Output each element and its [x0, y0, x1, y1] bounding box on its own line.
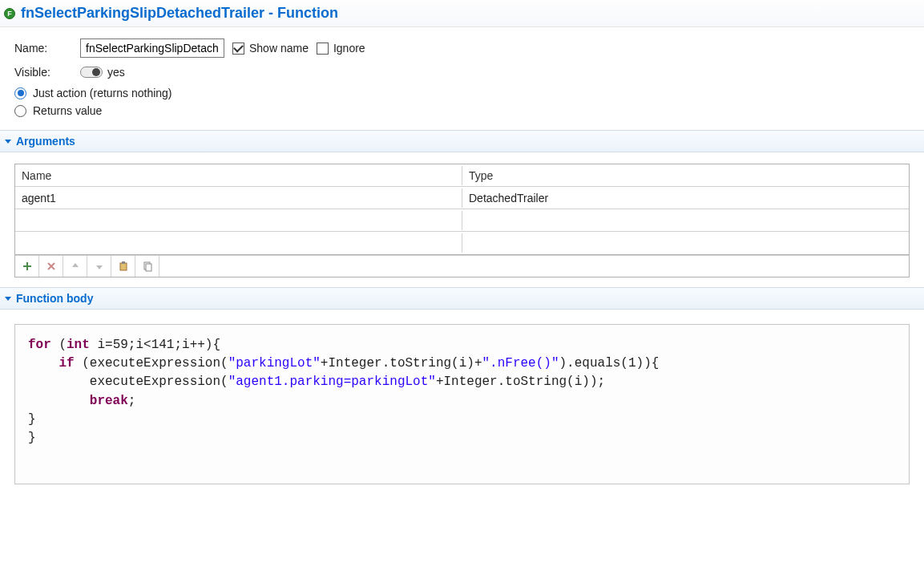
show-name-label: Show name [249, 42, 309, 55]
name-label: Name: [14, 42, 72, 55]
col-header-type: Type [462, 166, 909, 185]
caret-down-icon [5, 297, 11, 301]
ignore-label: Ignore [333, 42, 365, 55]
arguments-panel: Name Type agent1 DetachedTrailer [0, 152, 924, 287]
radio-just-action[interactable]: Just action (returns nothing) [14, 87, 172, 99]
section-function-body-title: Function body [16, 292, 93, 305]
section-function-body-header[interactable]: Function body [0, 287, 924, 310]
arguments-table[interactable]: Name Type agent1 DetachedTrailer [14, 164, 910, 255]
svg-rect-2 [120, 263, 127, 270]
arg-name-cell: agent1 [15, 188, 462, 208]
name-input[interactable] [80, 38, 224, 58]
add-button[interactable] [15, 256, 39, 277]
svg-rect-3 [122, 261, 125, 264]
title-bar: F fnSelectParkingSlipDetachedTrailer - F… [0, 0, 924, 27]
radio-just-action-label: Just action (returns nothing) [33, 87, 172, 99]
arg-name-cell [15, 211, 462, 230]
copy-button[interactable] [135, 256, 159, 277]
radio-returns-value-label: Returns value [33, 104, 102, 117]
radio-returns-value[interactable]: Returns value [14, 104, 102, 117]
move-down-button[interactable] [87, 256, 111, 277]
paste-button[interactable] [111, 256, 135, 277]
table-row[interactable]: agent1 DetachedTrailer [15, 187, 909, 209]
checkbox-icon [317, 43, 329, 55]
show-name-checkbox[interactable]: Show name [232, 42, 309, 55]
function-body-panel: for (int i=59;i<141;i++){ if (executeExp… [0, 310, 924, 499]
col-header-name: Name [15, 166, 462, 185]
table-row[interactable] [15, 209, 909, 232]
code-editor[interactable]: for (int i=59;i<141;i++){ if (executeExp… [14, 324, 910, 484]
svg-text:F: F [7, 10, 12, 18]
function-icon: F [3, 7, 16, 20]
remove-button[interactable] [39, 256, 63, 277]
ignore-checkbox[interactable]: Ignore [317, 42, 365, 55]
visible-value: yes [107, 66, 125, 79]
table-row[interactable] [15, 232, 909, 254]
arg-name-cell [15, 233, 462, 253]
arg-type-cell: DetachedTrailer [462, 188, 909, 208]
checkbox-icon [232, 43, 244, 55]
properties-panel: Name: Show name Ignore Visible: yes Just… [0, 27, 924, 130]
section-arguments-title: Arguments [16, 135, 75, 148]
radio-icon [14, 87, 26, 99]
radio-icon [14, 105, 26, 117]
page-title: fnSelectParkingSlipDetachedTrailer - Fun… [21, 5, 338, 22]
arg-type-cell [462, 211, 909, 230]
arguments-toolbar [14, 255, 910, 277]
svg-rect-5 [146, 264, 151, 271]
visible-toggle[interactable] [80, 67, 103, 78]
move-up-button[interactable] [63, 256, 87, 277]
caret-down-icon [5, 140, 11, 144]
section-arguments-header[interactable]: Arguments [0, 130, 924, 152]
arg-type-cell [462, 233, 909, 253]
table-header-row: Name Type [15, 164, 909, 187]
visible-label: Visible: [14, 66, 72, 79]
